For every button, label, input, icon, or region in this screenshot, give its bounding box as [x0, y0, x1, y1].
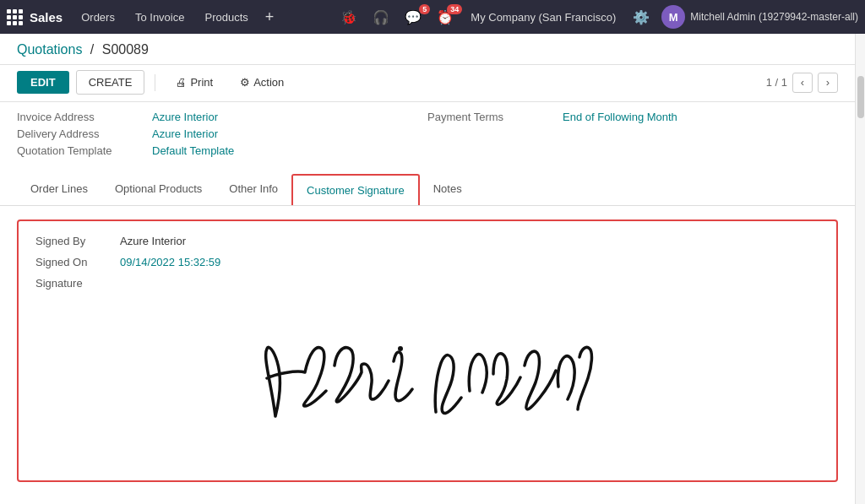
tab-content-customer-signature: Signed By Azure Interior Signed On 09/14… [0, 206, 855, 496]
pager-next[interactable]: › [818, 73, 838, 93]
tabs-bar: Order Lines Optional Products Other Info… [0, 174, 855, 206]
invoice-address-row: Invoice Address Azure Interior [17, 111, 427, 123]
invoice-address-label: Invoice Address [17, 111, 152, 123]
breadcrumb-bar: Quotations / S00089 [0, 34, 855, 65]
breadcrumb: Quotations / S00089 [17, 42, 838, 57]
pager: 1 / 1 ‹ › [766, 73, 838, 93]
scrollbar-thumb[interactable] [857, 76, 864, 118]
signature-panel: Signed By Azure Interior Signed On 09/14… [17, 219, 838, 482]
signature-row: Signature [35, 277, 819, 290]
activity-icon[interactable]: ⏰ 34 [433, 8, 457, 27]
company-name[interactable]: My Company (San Francisco) [471, 11, 616, 24]
signed-on-row: Signed On 09/14/2022 15:32:59 [35, 256, 819, 268]
quotation-template-label: Quotation Template [17, 144, 152, 157]
action-bar: EDIT CREATE 🖨 Print ⚙ Action 1 / 1 ‹ › [0, 65, 855, 102]
page-wrapper: Sales Orders To Invoice Products + 🐞 🎧 💬… [0, 0, 865, 504]
gear-icon: ⚙ [240, 76, 250, 89]
user-menu[interactable]: M Mitchell Admin (19279942-master-all) [661, 5, 858, 29]
tab-other-info[interactable]: Other Info [215, 174, 291, 206]
right-fields: Payment Terms End of Following Month [427, 111, 838, 161]
delivery-address-label: Delivery Address [17, 127, 152, 140]
delivery-address-row: Delivery Address Azure Interior [17, 127, 427, 140]
pager-prev[interactable]: ‹ [792, 73, 813, 93]
nav-products[interactable]: Products [196, 8, 256, 27]
print-button[interactable]: 🖨 Print [166, 71, 223, 94]
settings-icon[interactable]: ⚙️ [629, 8, 653, 27]
invoice-address-value[interactable]: Azure Interior [152, 111, 218, 123]
signed-by-label: Signed By [35, 235, 120, 247]
top-nav: Sales Orders To Invoice Products + 🐞 🎧 💬… [0, 0, 865, 34]
create-button[interactable]: CREATE [76, 70, 145, 95]
divider [155, 74, 155, 91]
signed-on-label: Signed On [35, 256, 120, 268]
bug-icon[interactable]: 🐞 [337, 8, 361, 27]
tab-order-lines[interactable]: Order Lines [17, 174, 101, 206]
pager-text: 1 / 1 [766, 76, 787, 89]
signature-image [225, 306, 630, 458]
print-icon: 🖨 [176, 76, 187, 89]
activity-badge: 34 [447, 4, 462, 14]
signed-on-value: 09/14/2022 15:32:59 [120, 256, 220, 268]
delivery-address-value[interactable]: Azure Interior [152, 127, 218, 140]
apps-icon[interactable] [7, 9, 23, 25]
signed-by-row: Signed By Azure Interior [35, 235, 819, 247]
quotation-template-value[interactable]: Default Template [152, 144, 234, 157]
quotation-template-row: Quotation Template Default Template [17, 144, 427, 157]
user-name: Mitchell Admin (19279942-master-all) [690, 11, 858, 23]
headset-icon[interactable]: 🎧 [369, 8, 393, 27]
breadcrumb-parent[interactable]: Quotations [17, 42, 82, 57]
nav-orders[interactable]: Orders [73, 8, 123, 27]
action-button[interactable]: ⚙ Action [230, 71, 294, 94]
print-label: Print [190, 76, 213, 89]
form-fields: Invoice Address Azure Interior Delivery … [0, 102, 855, 174]
nav-brand[interactable]: Sales [30, 10, 63, 24]
payment-terms-value[interactable]: End of Following Month [563, 111, 677, 123]
breadcrumb-current: S00089 [102, 42, 149, 57]
payment-terms-row: Payment Terms End of Following Month [427, 111, 838, 123]
signature-display [35, 298, 819, 467]
breadcrumb-sep: / [90, 42, 94, 57]
tab-optional-products[interactable]: Optional Products [101, 174, 215, 206]
signature-label: Signature [35, 277, 120, 290]
tab-notes[interactable]: Notes [420, 174, 476, 206]
form-row-address: Invoice Address Azure Interior Delivery … [17, 111, 838, 161]
tab-customer-signature[interactable]: Customer Signature [291, 174, 420, 205]
chat-icon[interactable]: 💬 5 [401, 8, 425, 27]
edit-button[interactable]: EDIT [17, 71, 69, 94]
nav-to-invoice[interactable]: To Invoice [127, 8, 193, 27]
svg-point-0 [398, 346, 403, 351]
payment-terms-label: Payment Terms [427, 111, 563, 123]
signed-by-value: Azure Interior [120, 235, 186, 247]
nav-add[interactable]: + [260, 8, 280, 26]
content-area: Quotations / S00089 EDIT CREATE 🖨 Print … [0, 34, 855, 504]
chat-badge: 5 [419, 4, 430, 14]
scrollbar-track[interactable] [855, 34, 865, 504]
left-fields: Invoice Address Azure Interior Delivery … [17, 111, 427, 161]
nav-icons: 🐞 🎧 💬 5 ⏰ 34 My Company (San Francisco) … [337, 5, 858, 29]
user-avatar: M [661, 5, 685, 29]
action-label: Action [253, 76, 284, 89]
